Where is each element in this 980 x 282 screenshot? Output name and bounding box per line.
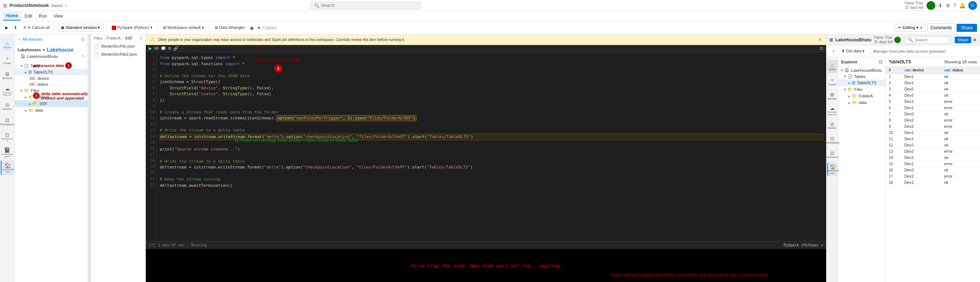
table-row: 2Dev1ok	[886, 80, 980, 86]
get-data-btn[interactable]: ⬇ Get data ▾	[839, 48, 867, 55]
cell-status: ok	[941, 111, 980, 117]
cancel-button[interactable]: ✕ ✕ Cancel all	[21, 24, 52, 31]
foldera-item[interactable]: ▸ 📁 FolderA	[15, 94, 88, 100]
search-bar[interactable]: 🔍	[311, 2, 421, 9]
output-area: Force stop the code. New code will not r…	[146, 249, 826, 282]
sidebar-lakehouse[interactable]: 🏠 LakeHouseB hutu	[1, 160, 14, 175]
right-foldera-node[interactable]: ▸ 📁 FolderA	[838, 93, 886, 99]
comments-button[interactable]: Comments	[927, 24, 955, 32]
chevron-foldera-node-icon: ▸	[848, 94, 850, 98]
rs-workspacea[interactable]: ⊡ WorkSpaceA	[827, 148, 837, 161]
sidebar-notebook[interactable]: 📓 ProductsNo tebook	[1, 145, 14, 160]
cell-status: ok	[941, 74, 980, 80]
right-explorer-tree: Explorer ⟨⟩ ▾ 🏠 LakeHouseBhutu ▾ 📋 Table…	[838, 57, 886, 282]
add-lakehouse-btn[interactable]: + Lakehouse	[43, 47, 74, 52]
rs-monitor[interactable]: ◎ Monitor	[827, 119, 837, 132]
right-collapse-icon[interactable]: ⟨⟩	[879, 59, 883, 65]
settings-icon[interactable]: ⚙	[945, 3, 950, 8]
rs-lakehouse[interactable]: 🏠 LakeHouseB hutu	[827, 163, 837, 176]
pyspark-btn[interactable]: PySpark (Python) ▾	[110, 24, 154, 31]
cell-status: error	[941, 173, 980, 179]
sidebar-browse[interactable]: ⊞ Browse	[1, 68, 14, 83]
new-item-btn[interactable]: ＋	[829, 47, 838, 55]
link-icon[interactable]: 🔗	[173, 46, 178, 51]
expand-icon[interactable]: ⊡	[820, 46, 823, 51]
code-lines[interactable]: from pyspark.sql.types import * from pys…	[157, 52, 826, 241]
explorer-panel: ← All sources ⟨⟩ Lakehouses + Lakehouse …	[15, 35, 88, 282]
menu-home[interactable]: Home	[3, 12, 21, 21]
cell-num: 10	[886, 130, 901, 136]
back-link[interactable]: ← All sources	[18, 37, 42, 41]
workspace-btn[interactable]: ⊞ Workspace default ▾	[161, 24, 206, 31]
rs-browse[interactable]: ⊞ Browse	[827, 89, 837, 103]
lakehouse-item[interactable]: 🏠 LakeHouseBhutu ↻	[15, 53, 88, 59]
download-icon[interactable]: ⬇	[938, 3, 943, 8]
data-folder-item[interactable]: ▸ 📁 data	[15, 107, 88, 114]
menu-run[interactable]: Run	[36, 12, 50, 20]
right-search-bar[interactable]: 🔍	[905, 36, 950, 44]
table-row: 13Dev2error	[886, 148, 980, 155]
table-row: 1Dev1ok	[886, 74, 980, 80]
right-files-node[interactable]: ▾ 📁 Files	[838, 86, 886, 93]
sidebar-workspacea[interactable]: ⊡ WorkSpace A	[1, 130, 14, 144]
sidebar-home[interactable]: ⌂ Home	[1, 37, 14, 52]
rs-onelake[interactable]: ☁ OneLake data hub	[827, 104, 837, 117]
more-icon[interactable]: ⋯	[181, 46, 185, 51]
right-tables-node[interactable]: ▾ 📋 Tables	[838, 73, 886, 79]
copy-icon[interactable]: ⧉	[168, 46, 171, 51]
run-button[interactable]: ▶	[3, 24, 10, 31]
share-button[interactable]: Share	[956, 24, 977, 32]
notifications-icon[interactable]: 🔔	[959, 3, 965, 8]
collapse-handle[interactable]: ‹	[88, 35, 91, 282]
cell-device: Dev2	[901, 124, 941, 130]
kernel-label[interactable]: PySpark (Python) ▾	[784, 243, 823, 247]
right-lh-root[interactable]: ▾ 🏠 LakeHouseBhutu	[838, 67, 886, 73]
right-sidebar-icons: ⌂ Home ＋ Create ⊞ Browse ☁ OneLake data …	[827, 57, 838, 282]
editing-badge[interactable]: ✏ Editing ▾ ∨	[895, 24, 926, 32]
table-row: 12Dev2ok	[886, 142, 980, 148]
right-fabric-trial: Fabric Trial: 31 days left	[874, 35, 893, 44]
data-wrangler-btn[interactable]: ⊞ Data Wrangler	[213, 24, 247, 31]
cell-num: 13	[886, 148, 901, 155]
table-row: 9Dev2error	[886, 124, 980, 130]
sidebar-create[interactable]: ＋ Create	[1, 53, 14, 67]
sep4	[209, 24, 210, 32]
menu-edit[interactable]: Edit	[22, 12, 35, 20]
rs-home[interactable]: ⌂ Home	[827, 60, 837, 73]
table-dlts-item[interactable]: ▸ ⊞ TableDLTS	[15, 69, 88, 76]
help-icon[interactable]: ?	[953, 3, 956, 8]
files-collapse[interactable]: ▾ 📁 Files	[15, 87, 88, 94]
menu-view[interactable]: View	[51, 12, 66, 20]
lh-root-icon: 🏠	[845, 68, 850, 73]
lakehouse-icon: 🏠	[21, 54, 25, 59]
status-indicator	[926, 1, 935, 10]
right-data-node[interactable]: ▸ 📁 data	[838, 99, 886, 106]
sidebar-onelake[interactable]: ☁ OneLake data hub	[1, 84, 14, 98]
sidebar-workspaces[interactable]: ⊡ Workspaces	[1, 114, 14, 129]
right-table-node[interactable]: ▸ ⊞ TableDLTS	[838, 79, 886, 86]
right-close-icon[interactable]: ✕	[973, 37, 977, 43]
chat-icon[interactable]: 💬	[161, 46, 166, 51]
sidebar-monitor[interactable]: ◎ Monitor	[1, 99, 14, 114]
table-row: 4Dev2ok	[886, 92, 980, 98]
right-share-btn[interactable]: Share	[955, 36, 971, 43]
right-search-input[interactable]	[915, 38, 948, 42]
abc-icon: ABC	[29, 76, 36, 81]
search-input[interactable]	[321, 3, 417, 8]
close-warning-icon[interactable]: ✕	[818, 37, 822, 42]
run-cell-icon[interactable]: ▶	[149, 46, 152, 51]
rs-workspaces[interactable]: ⊡ Workspaces	[827, 133, 837, 146]
notebook-warning: ⚠ Other people in your organization may …	[146, 35, 826, 45]
tables-collapse[interactable]: ▾ 📋 Tables	[15, 63, 88, 69]
chevron-table-icon: ▸	[848, 81, 850, 85]
collapse-icon[interactable]: ⟨⟩	[81, 36, 84, 42]
file-item-1[interactable]: 📄 StreamSrcFile.json	[91, 42, 145, 50]
files-collapse-icon[interactable]: ⟨⟩	[140, 36, 143, 40]
session-badge[interactable]: Standard session ▾	[58, 24, 103, 32]
ssf-folder-item[interactable]: ▸ 📂 SSF	[15, 100, 88, 107]
menu-bar: Home Edit Run View	[0, 11, 980, 21]
file-item-2[interactable]: 📄 StreamSrcFile2.json	[91, 50, 145, 58]
save-button[interactable]: ⬇	[12, 24, 19, 31]
rs-create[interactable]: ＋ Create	[827, 75, 837, 88]
cell-device: Dev1	[901, 98, 941, 105]
